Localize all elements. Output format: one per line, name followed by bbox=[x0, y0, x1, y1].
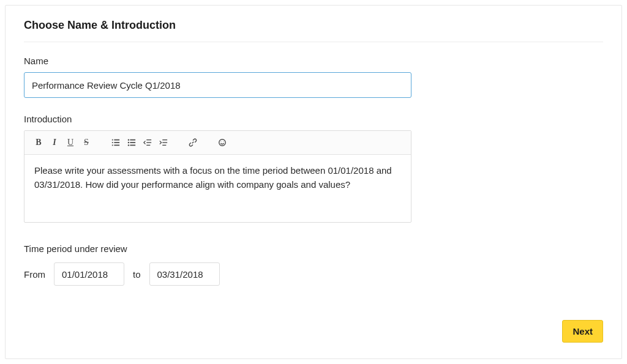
rich-text-editor: B I U S bbox=[24, 130, 411, 223]
from-date-input[interactable] bbox=[54, 262, 124, 286]
bold-button[interactable]: B bbox=[31, 136, 47, 149]
name-label: Name bbox=[24, 56, 603, 66]
svg-rect-1 bbox=[114, 142, 119, 143]
ordered-list-icon[interactable] bbox=[108, 136, 124, 149]
unordered-list-icon[interactable] bbox=[124, 136, 140, 149]
to-date-input[interactable] bbox=[149, 262, 220, 286]
svg-point-8 bbox=[128, 144, 129, 146]
svg-rect-0 bbox=[114, 139, 119, 141]
outdent-icon[interactable] bbox=[140, 136, 156, 149]
section-title: Choose Name & Introduction bbox=[24, 19, 603, 42]
svg-point-6 bbox=[128, 139, 129, 140]
svg-point-19 bbox=[220, 141, 221, 142]
next-button[interactable]: Next bbox=[562, 320, 603, 343]
name-field-group: Name bbox=[24, 56, 603, 98]
editor-toolbar: B I U S bbox=[24, 131, 411, 155]
introduction-textarea[interactable]: Please write your assessments with a foc… bbox=[24, 155, 411, 222]
svg-rect-3 bbox=[112, 139, 113, 141]
to-label: to bbox=[133, 269, 141, 280]
underline-button[interactable]: U bbox=[62, 136, 78, 149]
svg-rect-10 bbox=[130, 142, 135, 143]
introduction-label: Introduction bbox=[24, 114, 603, 124]
svg-point-18 bbox=[219, 139, 226, 146]
svg-rect-4 bbox=[112, 142, 113, 143]
name-input[interactable] bbox=[24, 72, 411, 98]
svg-rect-5 bbox=[112, 145, 113, 146]
italic-button[interactable]: I bbox=[47, 136, 62, 149]
setup-card: Choose Name & Introduction Name Introduc… bbox=[5, 5, 622, 359]
from-label: From bbox=[24, 269, 45, 280]
svg-point-20 bbox=[223, 141, 223, 142]
time-period-label: Time period under review bbox=[24, 243, 603, 254]
svg-rect-11 bbox=[130, 145, 135, 146]
indent-icon[interactable] bbox=[156, 136, 171, 149]
link-icon[interactable] bbox=[185, 136, 201, 149]
strikethrough-button[interactable]: S bbox=[78, 136, 94, 149]
introduction-field-group: Introduction B I U S bbox=[24, 114, 603, 223]
svg-rect-9 bbox=[130, 139, 135, 141]
svg-point-7 bbox=[128, 142, 129, 143]
emoji-icon[interactable] bbox=[214, 136, 230, 149]
time-period-group: Time period under review From to bbox=[24, 243, 603, 286]
date-range-row: From to bbox=[24, 262, 603, 286]
svg-rect-2 bbox=[114, 145, 119, 146]
